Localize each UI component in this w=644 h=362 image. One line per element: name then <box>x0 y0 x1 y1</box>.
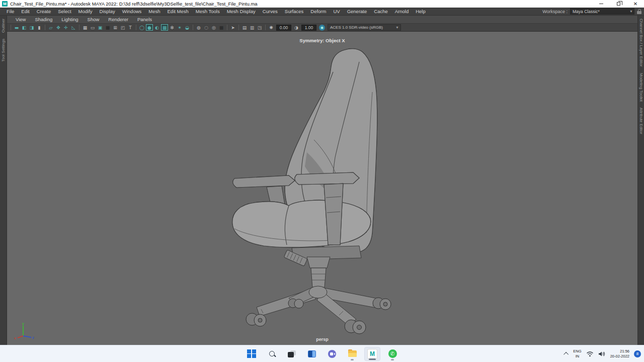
safe-action-icon[interactable]: ◰ <box>119 24 126 31</box>
panel-menu-panels[interactable]: Panels <box>133 17 156 22</box>
field-chart-icon[interactable]: ⊞ <box>112 24 119 31</box>
toolbar-separator <box>136 25 136 30</box>
maya-app-icon: M <box>2 1 8 7</box>
gate-mask-icon[interactable]: ■ <box>104 24 111 31</box>
menu-mesh-display[interactable]: Mesh Display <box>223 9 259 14</box>
language-indicator[interactable]: ENG IN <box>573 349 581 358</box>
wireframe-icon[interactable]: ◯ <box>138 24 145 31</box>
volume-icon[interactable] <box>598 351 606 357</box>
safe-title-icon[interactable]: T <box>127 24 134 31</box>
file-explorer-button[interactable] <box>344 347 360 361</box>
depth-of-field-icon[interactable]: ■ <box>218 24 225 31</box>
menu-windows[interactable]: Windows <box>119 9 145 14</box>
select-camera-icon[interactable]: ▬ <box>13 24 20 31</box>
left-tab-outliner[interactable]: Outliner <box>1 16 6 36</box>
exposure-field[interactable]: 0.00 <box>276 25 291 31</box>
view-transform-dropdown[interactable]: ACES 1.0 SDR-video (sRGB) ▼ <box>328 24 401 31</box>
whatsapp-button[interactable]: ✆ <box>384 347 400 361</box>
task-view-button[interactable] <box>284 347 300 361</box>
gamma-icon[interactable]: ◑ <box>293 24 300 31</box>
resolution-gate-icon[interactable]: ▣ <box>97 24 104 31</box>
panel-menu-lighting[interactable]: Lighting <box>57 17 83 22</box>
window-title: Chair_Test_File_Pintu.ma* - Autodesk MAY… <box>10 1 258 7</box>
left-tab-tool-settings[interactable]: Tool Settings <box>1 36 6 65</box>
menu-deform[interactable]: Deform <box>307 9 330 14</box>
camera-attributes-icon[interactable]: ◨ <box>28 24 35 31</box>
tray-overflow-chevron-icon[interactable] <box>564 352 569 357</box>
menu-file[interactable]: File <box>3 9 18 14</box>
perspective-viewport[interactable]: Symmetry: Object X <box>7 32 637 345</box>
menu-arnold[interactable]: Arnold <box>391 9 412 14</box>
maya-taskbar-button[interactable]: M <box>364 347 380 361</box>
workspace-label: Workspace : <box>542 9 568 14</box>
panel-menu-renderer[interactable]: Renderer <box>104 17 133 22</box>
menu-cache[interactable]: Cache <box>370 9 391 14</box>
restore-icon <box>617 2 620 6</box>
image-plane-edit-icon[interactable]: ◳ <box>256 24 263 31</box>
menu-mesh-tools[interactable]: Mesh Tools <box>192 9 223 14</box>
image-plane-icon[interactable]: ▱ <box>47 24 54 31</box>
use-default-material-icon[interactable]: ✻ <box>169 24 176 31</box>
shadows-icon[interactable]: ◒ <box>184 24 191 31</box>
notification-badge[interactable]: 8 <box>634 350 641 357</box>
menu-select[interactable]: Select <box>54 9 74 14</box>
workspace-dropdown[interactable]: Maya Classic* ▼ <box>570 8 634 15</box>
textured-icon[interactable]: ▩ <box>161 24 168 31</box>
camera-name-label: persp <box>7 337 637 342</box>
toolbar-separator <box>45 25 45 30</box>
anti-alias-icon[interactable]: ◎ <box>210 24 217 31</box>
tray-time: 21:56 <box>610 349 629 354</box>
right-tab-modeling-toolkit[interactable]: Modeling Toolkit <box>639 70 643 105</box>
grid-toggle-icon[interactable]: ▦ <box>82 24 89 31</box>
axis-orient-icon[interactable]: ✛ <box>62 24 69 31</box>
menu-create[interactable]: Create <box>33 9 55 14</box>
menu-uv[interactable]: UV <box>330 9 343 14</box>
menu-help[interactable]: Help <box>412 9 429 14</box>
menu-generate[interactable]: Generate <box>344 9 371 14</box>
clock[interactable]: 21:56 20-02-2022 <box>610 349 629 359</box>
lighting-icon[interactable]: ✶ <box>176 24 183 31</box>
right-tab-attribute-editor[interactable]: Attribute Editor <box>639 105 643 137</box>
snapshot-icon[interactable]: ▤ <box>241 24 248 31</box>
bake-preview-icon[interactable]: ▥ <box>249 24 256 31</box>
start-button[interactable] <box>244 347 260 361</box>
toolbar-separator <box>238 25 239 30</box>
workspace-lock-icon[interactable] <box>637 9 641 14</box>
smooth-shade-all-icon[interactable]: ● <box>146 24 153 31</box>
right-tab-channel-box-layer-editor[interactable]: Channel Box / Layer Editor <box>639 16 643 70</box>
panel-menu-show[interactable]: Show <box>83 17 104 22</box>
film-gate-icon[interactable]: ▭ <box>89 24 96 31</box>
search-button[interactable] <box>264 347 280 361</box>
menu-curves[interactable]: Curves <box>259 9 281 14</box>
workspace-area: Workspace : Maya Classic* ▼ <box>542 8 642 15</box>
exposure-icon[interactable]: ✺ <box>268 24 275 31</box>
menu-display[interactable]: Display <box>96 9 119 14</box>
lock-camera-icon[interactable]: ◧ <box>21 24 28 31</box>
title-bar: M Chair_Test_File_Pintu.ma* - Autodesk M… <box>0 0 644 8</box>
two-d-pan-zoom-icon[interactable]: ✥ <box>55 24 62 31</box>
menu-mesh[interactable]: Mesh <box>145 9 164 14</box>
bookmark-icon[interactable]: ▮ <box>36 24 43 31</box>
menu-edit[interactable]: Edit <box>18 9 33 14</box>
panel-menu-view[interactable]: View <box>11 17 30 22</box>
whatsapp-icon: ✆ <box>388 349 397 358</box>
windows-logo-icon <box>247 349 256 358</box>
close-button[interactable]: ✕ <box>627 0 644 8</box>
motion-blur-icon[interactable]: ◌ <box>203 24 210 31</box>
occlusion-icon[interactable]: ◍ <box>195 24 202 31</box>
chair-wireframe-model[interactable] <box>7 32 637 345</box>
wireframe-on-shaded-icon[interactable]: ◐ <box>153 24 160 31</box>
menu-surfaces[interactable]: Surfaces <box>281 9 307 14</box>
xray-brush-icon[interactable]: ◺ <box>70 24 77 31</box>
isolate-select-icon[interactable]: ➤ <box>229 24 236 31</box>
wifi-icon[interactable] <box>586 351 594 357</box>
restore-button[interactable] <box>610 0 627 8</box>
menu-modify[interactable]: Modify <box>75 9 96 14</box>
view-transform-icon[interactable]: ◉ <box>319 25 325 31</box>
teams-chat-button[interactable] <box>324 347 340 361</box>
minimize-button[interactable] <box>593 0 610 8</box>
widgets-button[interactable] <box>304 347 320 361</box>
menu-edit-mesh[interactable]: Edit Mesh <box>164 9 192 14</box>
panel-menu-shading[interactable]: Shading <box>30 17 57 22</box>
gamma-field[interactable]: 1.00 <box>301 25 316 31</box>
